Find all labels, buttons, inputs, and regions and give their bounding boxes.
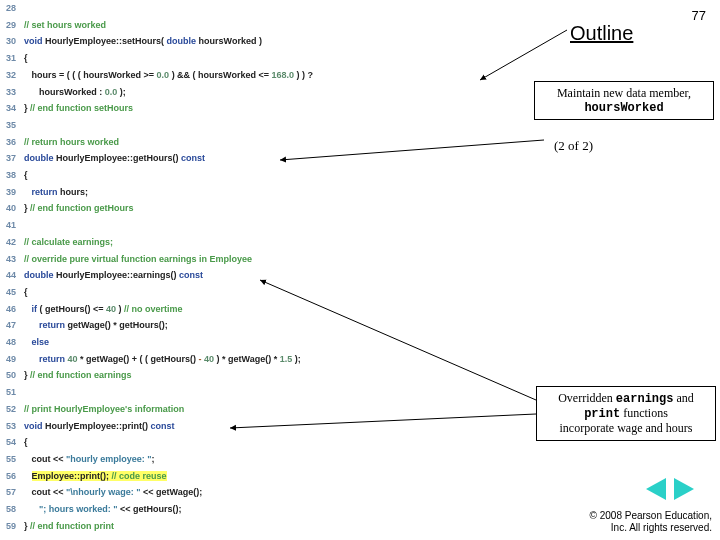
line-number: 41 [0, 217, 24, 234]
code-text: Employee::print(); // code reuse [24, 468, 167, 485]
code-text: return getWage() * getHours(); [24, 317, 168, 334]
outline-heading: Outline [570, 22, 633, 45]
code-line: 48 else [0, 334, 520, 351]
prev-slide-button[interactable] [646, 478, 666, 500]
code-line: 58 "; hours worked: " << getHours(); [0, 501, 520, 518]
code-line: 34} // end function setHours [0, 100, 520, 117]
code-line: 54{ [0, 434, 520, 451]
line-number: 39 [0, 184, 24, 201]
code-listing: 2829// set hours worked30void HourlyEmpl… [0, 0, 520, 535]
slide-number: 77 [692, 8, 706, 23]
code-line: 55 cout << "hourly employee: "; [0, 451, 520, 468]
line-number: 58 [0, 501, 24, 518]
code-line: 46 if ( getHours() <= 40 ) // no overtim… [0, 301, 520, 318]
code-text: } // end function getHours [24, 200, 134, 217]
code-text: cout << "hourly employee: "; [24, 451, 155, 468]
line-number: 54 [0, 434, 24, 451]
line-number: 42 [0, 234, 24, 251]
copyright-text: © 2008 Pearson Education, Inc. All right… [590, 510, 712, 534]
code-text: void HourlyEmployee::setHours( double ho… [24, 33, 262, 50]
code-line: 40} // end function getHours [0, 200, 520, 217]
code-text: // print HourlyEmployee's information [24, 401, 184, 418]
line-number: 47 [0, 317, 24, 334]
code-line: 41 [0, 217, 520, 234]
line-number: 38 [0, 167, 24, 184]
code-text: else [24, 334, 49, 351]
code-line: 56 Employee::print(); // code reuse [0, 468, 520, 485]
line-number: 57 [0, 484, 24, 501]
code-line: 32 hours = ( ( ( hoursWorked >= 0.0 ) &&… [0, 67, 520, 84]
code-line: 45{ [0, 284, 520, 301]
line-number: 33 [0, 84, 24, 101]
code-line: 44double HourlyEmployee::earnings() cons… [0, 267, 520, 284]
line-number: 46 [0, 301, 24, 318]
callout-data-member: Maintain new data member, hoursWorked [534, 81, 714, 120]
code-text: // set hours worked [24, 17, 106, 34]
line-number: 52 [0, 401, 24, 418]
line-number: 43 [0, 251, 24, 268]
next-slide-button[interactable] [674, 478, 694, 500]
callout-text: print functions [545, 406, 707, 421]
line-number: 50 [0, 367, 24, 384]
line-number: 32 [0, 67, 24, 84]
code-text: // return hours worked [24, 134, 119, 151]
code-text: } // end function earnings [24, 367, 132, 384]
code-line: 35 [0, 117, 520, 134]
line-number: 30 [0, 33, 24, 50]
code-line: 28 [0, 0, 520, 17]
code-line: 31{ [0, 50, 520, 67]
code-text: { [24, 434, 28, 451]
callout-text: incorporate wage and hours [545, 421, 707, 436]
code-line: 33 hoursWorked : 0.0 ); [0, 84, 520, 101]
code-text: void HourlyEmployee::print() const [24, 418, 175, 435]
line-number: 51 [0, 384, 24, 401]
code-line: 57 cout << "\nhourly wage: " << getWage(… [0, 484, 520, 501]
line-number: 48 [0, 334, 24, 351]
callout-overridden: Overridden earnings and print functions … [536, 386, 716, 441]
line-number: 37 [0, 150, 24, 167]
code-text: } // end function setHours [24, 100, 133, 117]
code-text: { [24, 50, 28, 67]
code-line: 47 return getWage() * getHours(); [0, 317, 520, 334]
line-number: 44 [0, 267, 24, 284]
code-line: 36// return hours worked [0, 134, 520, 151]
line-number: 28 [0, 0, 24, 17]
callout-text: Overridden earnings and [545, 391, 707, 406]
code-text: // override pure virtual function earnin… [24, 251, 252, 268]
line-number: 29 [0, 17, 24, 34]
line-number: 40 [0, 200, 24, 217]
code-line: 50} // end function earnings [0, 367, 520, 384]
code-line: 37double HourlyEmployee::getHours() cons… [0, 150, 520, 167]
code-text: double HourlyEmployee::earnings() const [24, 267, 203, 284]
line-number: 36 [0, 134, 24, 151]
code-line: 42// calculate earnings; [0, 234, 520, 251]
code-text: { [24, 284, 28, 301]
code-text: return hours; [24, 184, 88, 201]
code-line: 49 return 40 * getWage() + ( ( getHours(… [0, 351, 520, 368]
code-line: 53void HourlyEmployee::print() const [0, 418, 520, 435]
line-number: 35 [0, 117, 24, 134]
code-line: 39 return hours; [0, 184, 520, 201]
line-number: 53 [0, 418, 24, 435]
code-text: { [24, 167, 28, 184]
code-line: 43// override pure virtual function earn… [0, 251, 520, 268]
line-number: 56 [0, 468, 24, 485]
callout-code-text: hoursWorked [543, 101, 705, 115]
code-text: hours = ( ( ( hoursWorked >= 0.0 ) && ( … [24, 67, 313, 84]
code-text: if ( getHours() <= 40 ) // no overtime [24, 301, 183, 318]
code-line: 59} // end function print [0, 518, 520, 535]
nav-buttons [644, 478, 696, 504]
line-number: 59 [0, 518, 24, 535]
code-text: hoursWorked : 0.0 ); [24, 84, 126, 101]
code-text: cout << "\nhourly wage: " << getWage(); [24, 484, 202, 501]
line-number: 31 [0, 50, 24, 67]
code-line: 51 [0, 384, 520, 401]
code-line: 30void HourlyEmployee::setHours( double … [0, 33, 520, 50]
callout-text: Maintain new data member, [543, 86, 705, 101]
code-text: double HourlyEmployee::getHours() const [24, 150, 205, 167]
page-part: (2 of 2) [554, 138, 593, 154]
line-number: 49 [0, 351, 24, 368]
code-text: return 40 * getWage() + ( ( getHours() -… [24, 351, 301, 368]
code-text: "; hours worked: " << getHours(); [24, 501, 182, 518]
code-line: 52// print HourlyEmployee's information [0, 401, 520, 418]
